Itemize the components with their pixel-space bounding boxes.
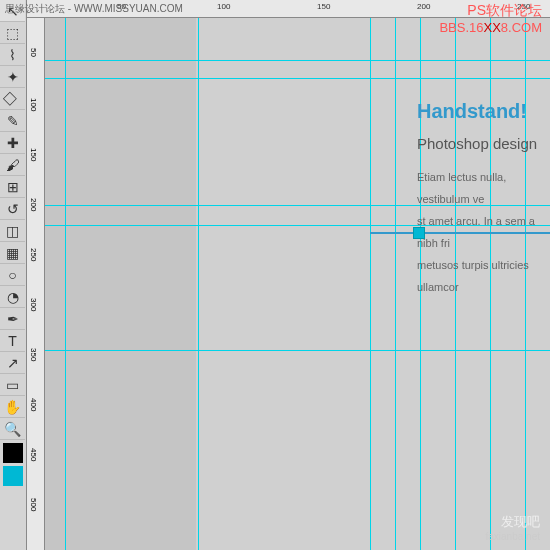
canvas-area[interactable]: Handstand! Photoshop design Etiam lectus… — [45, 18, 550, 550]
path-tool[interactable]: ↗ — [0, 352, 25, 374]
content-block: Handstand! Photoshop design Etiam lectus… — [417, 100, 550, 298]
dodge-tool[interactable]: ◔ — [0, 286, 25, 308]
body-l1: Etiam lectus nulla, vestibulum ve — [417, 166, 550, 210]
wand-tool[interactable]: ✦ — [0, 66, 25, 88]
crop-tool[interactable]: ⃟ — [0, 88, 25, 110]
ruler-tick: 400 — [29, 398, 38, 411]
type-tool[interactable]: T — [0, 330, 25, 352]
watermark-bottom-right: 发现吧 faxianba.net — [486, 513, 541, 542]
watermark-br-l1: 发现吧 — [486, 513, 541, 531]
guide-vertical[interactable] — [370, 18, 371, 550]
watermark-top-right: PS软件论坛 BBS.16XX8.COM — [439, 2, 542, 35]
accent-color[interactable] — [3, 466, 23, 486]
guide-horizontal[interactable] — [45, 60, 550, 61]
hand-tool[interactable]: ✋ — [0, 396, 25, 418]
pen-tool[interactable]: ✒ — [0, 308, 25, 330]
eraser-tool[interactable]: ◫ — [0, 220, 25, 242]
body-l3: metusos turpis ultricies ullamcor — [417, 254, 550, 298]
ruler-tick: 250 — [29, 248, 38, 261]
shape-tool[interactable]: ▭ — [0, 374, 25, 396]
ruler-tick: 50 — [29, 48, 38, 57]
ruler-tick: 150 — [317, 2, 330, 11]
toolbox-panel: ↖⬚⌇✦⃟✎✚🖌⊞↺◫▦○◔✒T↗▭✋🔍 — [0, 0, 27, 550]
watermark-top-left: 思缘设计论坛 - WWW.MISSYUAN.COM — [5, 2, 183, 16]
guide-vertical[interactable] — [65, 18, 66, 550]
ruler-tick: 500 — [29, 498, 38, 511]
ruler-tick: 100 — [217, 2, 230, 11]
guide-vertical[interactable] — [395, 18, 396, 550]
blur-tool[interactable]: ○ — [0, 264, 25, 286]
transform-handle[interactable] — [413, 227, 425, 239]
brush-tool[interactable]: 🖌 — [0, 154, 25, 176]
stamp-tool[interactable]: ⊞ — [0, 176, 25, 198]
subheading: Photoshop design — [417, 135, 550, 152]
ruler-vertical: 50100150200250300350400450500 — [27, 18, 45, 550]
watermark-tr-l1: PS软件论坛 — [439, 2, 542, 20]
ruler-tick: 350 — [29, 348, 38, 361]
marquee-tool[interactable]: ⬚ — [0, 22, 25, 44]
foreground-color[interactable] — [3, 443, 23, 463]
lasso-tool[interactable]: ⌇ — [0, 44, 25, 66]
history-brush-tool[interactable]: ↺ — [0, 198, 25, 220]
gradient-tool[interactable]: ▦ — [0, 242, 25, 264]
ruler-tick: 150 — [29, 148, 38, 161]
healing-tool[interactable]: ✚ — [0, 132, 25, 154]
guide-horizontal[interactable] — [45, 78, 550, 79]
heading: Handstand! — [417, 100, 550, 123]
guide-vertical[interactable] — [198, 18, 199, 550]
slider-track — [370, 232, 550, 234]
watermark-tr-l2: BBS.16XX8.COM — [439, 20, 542, 35]
ruler-tick: 450 — [29, 448, 38, 461]
guide-horizontal[interactable] — [45, 350, 550, 351]
ruler-tick: 100 — [29, 98, 38, 111]
zoom-tool[interactable]: 🔍 — [0, 418, 25, 440]
eyedropper-tool[interactable]: ✎ — [0, 110, 25, 132]
watermark-br-l2: faxianba.net — [486, 531, 541, 542]
ruler-tick: 200 — [417, 2, 430, 11]
ruler-tick: 300 — [29, 298, 38, 311]
ruler-tick: 200 — [29, 198, 38, 211]
